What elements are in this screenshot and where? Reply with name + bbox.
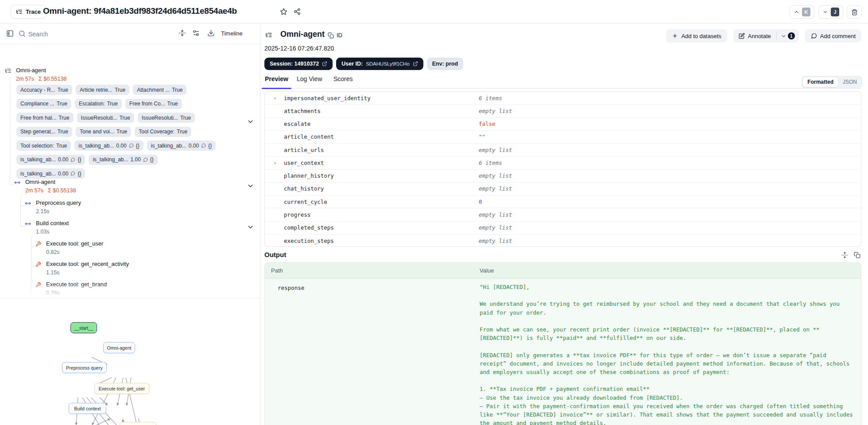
score-badge[interactable]: Tone and voi...True [76, 127, 131, 137]
tab-preview[interactable]: Preview [265, 75, 288, 89]
star-icon [280, 8, 287, 16]
kv-row-progress: progressempty list [265, 208, 861, 221]
collapse-badges-chevron[interactable] [246, 117, 254, 125]
score-value: 1.00 [131, 156, 141, 163]
metadata-pills: Session: 14910372 User ID: SDAHUSLy9f1CH… [264, 58, 463, 70]
graph-node-Preprocess query[interactable]: Preprocess query [62, 362, 107, 373]
annotate-dropdown-button[interactable]: 1 [777, 29, 799, 43]
timeline-toggle[interactable]: Timeline [221, 30, 243, 37]
download-button[interactable] [207, 29, 215, 37]
collapse-all-button[interactable] [178, 29, 186, 37]
share-button[interactable] [294, 8, 301, 15]
kv-value: empty list [479, 172, 512, 179]
format-toggle-json[interactable]: JSON [838, 77, 861, 87]
kv-key: article_urls [284, 147, 324, 153]
score-value: True [116, 129, 127, 135]
comment-bubble-icon [129, 143, 134, 148]
score-badge[interactable]: Compliance ...True [16, 99, 71, 109]
chevron-up-icon [794, 9, 799, 15]
duration: 0.82s [46, 249, 60, 255]
unfold-vertical-icon[interactable] [841, 252, 848, 258]
score-badge[interactable]: Article retrie...True [76, 85, 129, 95]
score-badge[interactable]: IssueResoluti...True [138, 113, 195, 123]
score-badge[interactable]: Attachment ...True [133, 85, 186, 95]
download-icon [207, 29, 215, 37]
score-value: True [177, 129, 187, 135]
score-badge[interactable]: Tool Coverage:True [135, 127, 191, 137]
expand-row-chevron[interactable]: › [274, 160, 279, 165]
search-icon [19, 30, 26, 37]
tree-item-root[interactable]: Omni-agent [16, 67, 46, 74]
score-badge[interactable]: Accuracy - R...True [16, 85, 72, 95]
graph-node-Omni-agent[interactable]: Omni-agent [103, 342, 135, 353]
score-badge[interactable]: is_talking_ab...0.00{} [74, 140, 143, 151]
score-name: Tool Coverage: [139, 129, 174, 135]
add-to-datasets-button[interactable]: Add to datasets [666, 29, 727, 43]
kv-key: impersonated_user_identity [284, 95, 371, 101]
score-name: Compliance ... [20, 101, 54, 107]
settings-sliders-icon [192, 29, 200, 37]
tree-guide-line [31, 287, 35, 288]
score-name: Escalation: [79, 101, 105, 107]
delete-trace-button[interactable] [847, 5, 862, 19]
collapse-build-context-chevron[interactable] [246, 223, 254, 231]
tree-item-build-context[interactable]: Build context [36, 220, 69, 226]
annotate-button[interactable]: Annotate [733, 29, 776, 43]
score-badge[interactable]: is_talking_ab...0.00{} [147, 140, 216, 151]
score-badge[interactable]: is_talking_ab...0.00{} [16, 155, 85, 165]
tree-item-tool-get-user[interactable]: Execute tool: get_user [46, 240, 103, 247]
prev-trace-button[interactable]: K [790, 5, 814, 19]
tree-item-preprocess-query[interactable]: Preprocess query [36, 199, 81, 206]
search-input[interactable] [28, 29, 170, 39]
score-badge[interactable]: is_talking_ab...0.00{} [16, 168, 85, 179]
format-toggle-formatted[interactable]: Formatted [802, 77, 838, 87]
view-settings-button[interactable] [192, 29, 200, 37]
panel-left-icon [6, 30, 14, 37]
graph-node-Build context[interactable]: Build context [69, 403, 106, 414]
kv-row-article_urls: article_urlsempty list [265, 144, 861, 156]
score-badge[interactable]: Free from hal...True [16, 113, 74, 123]
kv-row-user_context: ›user_context6 items [265, 156, 861, 169]
kv-key: chat_history [284, 185, 324, 192]
annotate-label: Annotate [748, 33, 771, 39]
tab-scores[interactable]: Scores [333, 75, 353, 89]
score-value: True [58, 115, 69, 121]
collapse-span-chevron[interactable] [246, 182, 254, 190]
output-path: response [278, 285, 304, 291]
user-id-pill[interactable]: User ID: SDAHUSLy9f1CHo [336, 58, 423, 70]
score-name: is_talking_ab... [78, 143, 114, 149]
score-value: True [58, 87, 68, 93]
score-badge[interactable]: Escalation:True [75, 99, 122, 109]
copy-id-icon[interactable] [328, 32, 334, 39]
graph-node-__start__[interactable]: __start__ [70, 322, 97, 333]
graph-node-partial[interactable] [120, 422, 156, 425]
score-badge-row: is_talking_ab...0.00{} [16, 168, 248, 179]
score-value: True [120, 115, 130, 121]
score-badge[interactable]: Step generat...True [16, 127, 72, 137]
graph-node-Execute tool: get_user[interactable]: Execute tool: get_user [94, 383, 149, 394]
tree-item-span-omni-agent[interactable]: Omni-agent [25, 179, 55, 185]
root-cost: Σ $0.55138 [39, 76, 66, 82]
trash-icon [851, 9, 858, 16]
bookmark-star-button[interactable] [280, 8, 287, 16]
span-cost: Σ $0.55138 [48, 187, 76, 194]
session-pill[interactable]: Session: 14910372 [264, 58, 333, 70]
expand-row-chevron[interactable]: › [274, 95, 279, 101]
score-badge[interactable]: Tool selection:True [16, 140, 71, 151]
tree-guide-line [31, 246, 35, 247]
tree-item-tool-get-brand[interactable]: Execute tool: get_brand [46, 281, 107, 288]
score-badge[interactable]: IssueResoluti...True [77, 113, 134, 123]
external-link-icon [413, 61, 418, 66]
collapse-sidebar-button[interactable] [6, 30, 14, 37]
copy-output-icon[interactable] [854, 252, 860, 258]
score-badge[interactable]: is_talking_ab...1.00{} [89, 155, 157, 165]
add-comment-button[interactable]: Add comment [805, 29, 861, 43]
tab-log-view[interactable]: Log View [297, 75, 322, 89]
score-badge-row: is_talking_ab...0.00{}is_talking_ab...1.… [16, 155, 248, 165]
next-trace-button[interactable]: J [818, 5, 843, 19]
tree-item-tool-get-recent-activity[interactable]: Execute tool: get_recent_activity [46, 261, 129, 267]
kv-value: empty list [479, 238, 512, 244]
score-badge[interactable]: Free from Co...True [125, 99, 182, 109]
copy-id-button[interactable]: ID [337, 32, 342, 39]
kbd-k: K [802, 8, 810, 16]
